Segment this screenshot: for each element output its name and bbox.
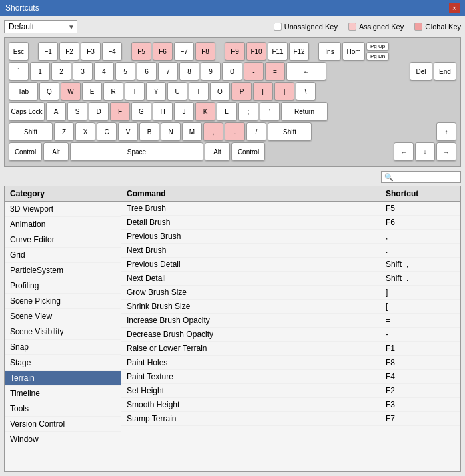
key-esc[interactable]: Esc (9, 42, 29, 61)
category-item[interactable]: ParticleSystem (5, 263, 121, 278)
category-item[interactable]: Window (5, 432, 121, 447)
key-pgdn[interactable]: Pg Dn (366, 52, 389, 61)
key-q[interactable]: Q (39, 82, 59, 101)
command-row[interactable]: Grow Brush Size] (121, 286, 460, 300)
category-item[interactable]: Profiling (5, 278, 121, 294)
key-f12[interactable]: F12 (289, 42, 309, 61)
key-m[interactable]: M (182, 122, 202, 141)
key-arrow-up[interactable]: ↑ (436, 122, 456, 141)
command-row[interactable]: Paint TextureF4 (121, 370, 460, 384)
key-t[interactable]: T (125, 82, 145, 101)
close-button[interactable]: × (449, 3, 460, 13)
key-l[interactable]: L (217, 102, 237, 121)
key-period[interactable]: . (225, 122, 245, 141)
key-4[interactable]: 4 (94, 62, 114, 81)
key-9[interactable]: 9 (201, 62, 221, 81)
key-2[interactable]: 2 (51, 62, 71, 81)
key-p[interactable]: P (231, 82, 252, 101)
key-f10[interactable]: F10 (246, 42, 266, 61)
key-semicolon[interactable]: ; (238, 102, 258, 121)
category-item[interactable]: Terrain (5, 371, 121, 386)
key-o[interactable]: O (210, 82, 230, 101)
key-b[interactable]: B (139, 122, 159, 141)
key-f5[interactable]: F5 (131, 42, 151, 61)
key-end[interactable]: End (434, 62, 456, 81)
key-hom[interactable]: Hom (342, 42, 365, 61)
key-minus[interactable]: - (244, 62, 264, 81)
key-return[interactable]: Return (281, 102, 328, 121)
key-arrow-left[interactable]: ← (394, 142, 414, 161)
key-ctrl-left[interactable]: Control (9, 142, 42, 161)
key-a[interactable]: A (46, 102, 66, 121)
key-f4[interactable]: F4 (102, 42, 122, 61)
key-f2[interactable]: F2 (59, 42, 79, 61)
key-s[interactable]: S (67, 102, 87, 121)
key-1[interactable]: 1 (30, 62, 50, 81)
key-c[interactable]: C (97, 122, 117, 141)
category-item[interactable]: Stage (5, 355, 121, 371)
command-row[interactable]: Next DetailShift+. (121, 272, 460, 286)
key-u[interactable]: U (167, 82, 187, 101)
key-space[interactable]: Space (70, 142, 203, 161)
command-row[interactable]: Paint HolesF8 (121, 356, 460, 370)
key-alt-right[interactable]: Alt (205, 142, 230, 161)
key-shift-left[interactable]: Shift (9, 122, 53, 141)
key-7[interactable]: 7 (158, 62, 178, 81)
category-item[interactable]: Scene Visibility (5, 324, 121, 340)
key-8[interactable]: 8 (179, 62, 199, 81)
key-w[interactable]: W (61, 82, 81, 101)
key-f7[interactable]: F7 (174, 42, 194, 61)
key-equals[interactable]: = (265, 62, 285, 81)
key-ctrl-right[interactable]: Control (231, 142, 265, 161)
key-f8[interactable]: F8 (195, 42, 215, 61)
key-open-bracket[interactable]: [ (253, 82, 273, 101)
key-f9[interactable]: F9 (225, 42, 245, 61)
category-item[interactable]: Tools (5, 401, 121, 417)
key-d[interactable]: D (89, 102, 109, 121)
key-e[interactable]: E (82, 82, 102, 101)
key-arrow-down[interactable]: ↓ (415, 142, 435, 161)
key-f1[interactable]: F1 (38, 42, 58, 61)
search-input[interactable] (381, 171, 461, 183)
category-item[interactable]: Timeline (5, 386, 121, 401)
command-row[interactable]: Decrease Brush Opacity- (121, 328, 460, 342)
key-5[interactable]: 5 (115, 62, 135, 81)
category-item[interactable]: Scene View (5, 309, 121, 324)
key-f[interactable]: F (110, 102, 130, 121)
command-row[interactable]: Increase Brush Opacity= (121, 314, 460, 328)
key-shift-right[interactable]: Shift (268, 122, 312, 141)
category-item[interactable]: Animation (5, 217, 121, 232)
command-row[interactable]: Set HeightF2 (121, 384, 460, 398)
command-row[interactable]: Smooth HeightF3 (121, 398, 460, 412)
command-row[interactable]: Next Brush. (121, 244, 460, 258)
key-g[interactable]: G (131, 102, 151, 121)
key-h[interactable]: H (153, 102, 173, 121)
key-f3[interactable]: F3 (81, 42, 101, 61)
key-alt-left[interactable]: Alt (43, 142, 69, 161)
key-j[interactable]: J (174, 102, 194, 121)
command-row[interactable]: Tree BrushF5 (121, 202, 460, 216)
key-x[interactable]: X (75, 122, 95, 141)
key-f11[interactable]: F11 (268, 42, 288, 61)
category-item[interactable]: 3D Viewport (5, 202, 121, 217)
key-6[interactable]: 6 (137, 62, 157, 81)
category-item[interactable]: Version Control (5, 417, 121, 432)
category-item[interactable]: Curve Editor (5, 232, 121, 248)
category-item[interactable]: Scene Picking (5, 294, 121, 309)
key-z[interactable]: Z (54, 122, 74, 141)
key-arrow-right[interactable]: → (436, 142, 456, 161)
key-del[interactable]: Del (410, 62, 432, 81)
key-close-bracket[interactable]: ] (274, 82, 294, 101)
key-n[interactable]: N (161, 122, 181, 141)
command-row[interactable]: Previous DetailShift+, (121, 258, 460, 272)
command-row[interactable]: Shrink Brush Size[ (121, 300, 460, 314)
command-row[interactable]: Detail BrushF6 (121, 216, 460, 230)
key-v[interactable]: V (118, 122, 138, 141)
key-y[interactable]: Y (146, 82, 166, 101)
key-backtick[interactable]: ` (9, 62, 29, 81)
key-f6[interactable]: F6 (153, 42, 173, 61)
key-backslash[interactable]: \ (296, 82, 316, 101)
key-r[interactable]: R (103, 82, 123, 101)
key-comma[interactable]: , (203, 122, 223, 141)
category-item[interactable]: Snap (5, 340, 121, 355)
